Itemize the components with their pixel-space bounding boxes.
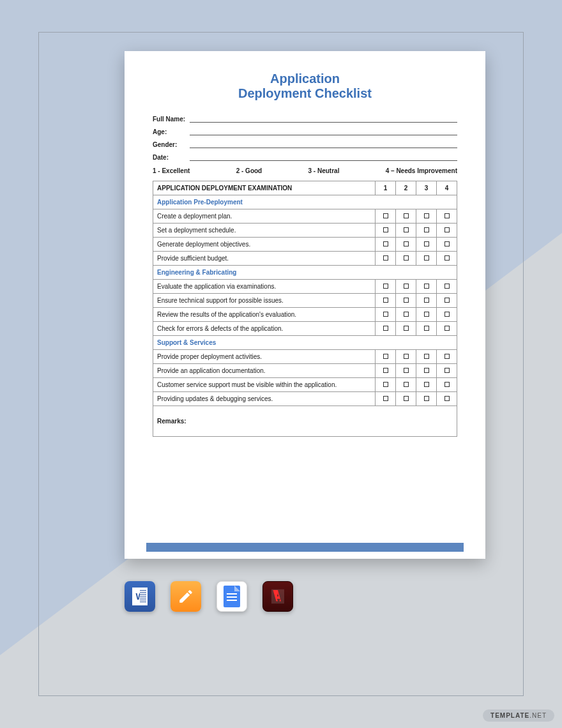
input-line[interactable] <box>190 139 457 148</box>
table-row: Ensure technical support for possible is… <box>153 294 457 308</box>
checkbox-icon <box>383 354 388 359</box>
checkbox-cell[interactable] <box>437 378 457 392</box>
checkbox-cell[interactable] <box>376 308 396 322</box>
input-line[interactable] <box>190 152 457 161</box>
checkbox-cell[interactable] <box>416 378 437 392</box>
checkbox-cell[interactable] <box>376 350 396 364</box>
checkbox-cell[interactable] <box>396 224 416 238</box>
word-icon[interactable]: W <box>125 581 155 612</box>
checkbox-cell[interactable] <box>416 322 437 336</box>
checkbox-cell[interactable] <box>396 209 416 224</box>
checkbox-icon <box>383 213 388 218</box>
table-row: Provide proper deployment activities. <box>153 350 457 364</box>
checkbox-cell[interactable] <box>396 392 416 406</box>
remarks-row: Remarks: <box>153 406 457 437</box>
pdf-icon[interactable] <box>262 581 293 612</box>
checkbox-cell[interactable] <box>396 322 416 336</box>
checkbox-cell[interactable] <box>437 209 457 224</box>
checkbox-cell[interactable] <box>437 308 457 322</box>
checkbox-cell[interactable] <box>376 238 396 252</box>
checkbox-cell[interactable] <box>376 392 396 406</box>
checkbox-icon <box>383 312 388 317</box>
checkbox-cell[interactable] <box>396 252 416 266</box>
checkbox-cell[interactable] <box>396 350 416 364</box>
checkbox-cell[interactable] <box>376 294 396 308</box>
checkbox-cell[interactable] <box>437 280 457 294</box>
table-row: Review the results of the application's … <box>153 308 457 322</box>
checkbox-icon <box>424 255 429 261</box>
checkbox-cell[interactable] <box>416 224 437 238</box>
checkbox-cell[interactable] <box>416 252 437 266</box>
pages-icon[interactable] <box>171 581 201 612</box>
table-row: Check for errors & defects of the applic… <box>153 322 457 336</box>
checkbox-cell[interactable] <box>437 224 457 238</box>
row-text: Evaluate the application via examination… <box>153 280 376 294</box>
checkbox-cell[interactable] <box>437 350 457 364</box>
row-text: Review the results of the application's … <box>153 308 376 322</box>
checkbox-cell[interactable] <box>437 364 457 378</box>
checkbox-cell[interactable] <box>416 392 437 406</box>
checkbox-cell[interactable] <box>396 294 416 308</box>
checkbox-cell[interactable] <box>416 350 437 364</box>
checkbox-icon <box>383 368 388 373</box>
label-age: Age: <box>153 128 190 135</box>
checkbox-cell[interactable] <box>376 322 396 336</box>
section-label: Support & Services <box>153 336 457 350</box>
field-age: Age: <box>153 123 457 135</box>
section-label: Engineering & Fabricating <box>153 266 457 280</box>
checkbox-icon <box>444 396 450 401</box>
checkbox-cell[interactable] <box>376 378 396 392</box>
watermark-suffix: .NET <box>529 712 547 719</box>
checkbox-cell[interactable] <box>416 238 437 252</box>
checkbox-icon <box>383 382 388 387</box>
input-line[interactable] <box>190 126 457 135</box>
checkbox-icon <box>383 396 388 401</box>
checkbox-cell[interactable] <box>376 252 396 266</box>
checkbox-icon <box>383 284 388 289</box>
scale-1: 1 - Excellent <box>153 167 190 174</box>
checkbox-cell[interactable] <box>416 280 437 294</box>
checkbox-cell[interactable] <box>437 252 457 266</box>
checkbox-cell[interactable] <box>376 280 396 294</box>
checkbox-cell[interactable] <box>376 224 396 238</box>
footer-accent-bar <box>146 543 464 552</box>
checkbox-icon <box>383 326 388 331</box>
checkbox-icon <box>444 241 450 246</box>
checkbox-cell[interactable] <box>416 364 437 378</box>
checkbox-cell[interactable] <box>437 322 457 336</box>
scale-2: 2 - Good <box>236 167 262 174</box>
format-icons-row: W <box>125 581 293 612</box>
col-3: 3 <box>416 181 437 195</box>
pen-icon <box>178 588 194 605</box>
checkbox-cell[interactable] <box>437 294 457 308</box>
checkbox-cell[interactable] <box>416 308 437 322</box>
checkbox-cell[interactable] <box>396 280 416 294</box>
checklist-table: APPLICATION DEPLOYMENT EXAMINATION 1 2 3… <box>153 181 457 437</box>
table-header-row: APPLICATION DEPLOYMENT EXAMINATION 1 2 3… <box>153 181 457 195</box>
checkbox-icon <box>424 326 429 331</box>
label-full-name: Full Name: <box>153 116 190 123</box>
checkbox-icon <box>383 255 388 261</box>
col-4: 4 <box>437 181 457 195</box>
checkbox-cell[interactable] <box>396 378 416 392</box>
checkbox-cell[interactable] <box>396 364 416 378</box>
checkbox-cell[interactable] <box>396 308 416 322</box>
checkbox-cell[interactable] <box>416 209 437 224</box>
row-text: Provide an application documentation. <box>153 364 376 378</box>
row-text: Generate deployment objectives. <box>153 238 376 252</box>
rating-scale-legend: 1 - Excellent 2 - Good 3 - Neutral 4 – N… <box>153 167 457 174</box>
checkbox-icon <box>383 227 388 232</box>
checkbox-cell[interactable] <box>376 364 396 378</box>
input-line[interactable] <box>190 114 457 123</box>
checkbox-icon <box>404 255 409 261</box>
checkbox-icon <box>404 312 409 317</box>
remarks-label[interactable]: Remarks: <box>153 406 457 437</box>
checkbox-cell[interactable] <box>376 209 396 224</box>
checkbox-cell[interactable] <box>416 294 437 308</box>
row-text: Create a deployment plan. <box>153 209 376 224</box>
checkbox-cell[interactable] <box>437 392 457 406</box>
checkbox-cell[interactable] <box>396 238 416 252</box>
checkbox-icon <box>444 255 450 261</box>
google-docs-icon[interactable] <box>216 581 247 612</box>
checkbox-cell[interactable] <box>437 238 457 252</box>
